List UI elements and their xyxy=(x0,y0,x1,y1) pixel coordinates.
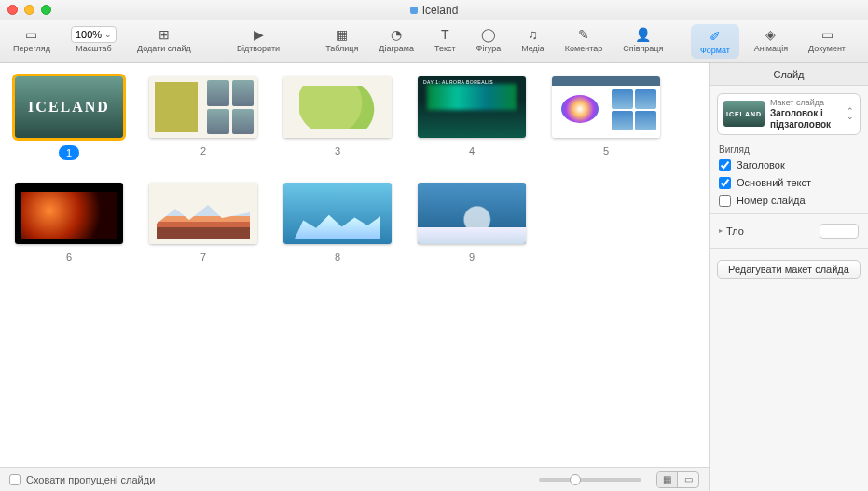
collaborate-button[interactable]: 👤Співпраця xyxy=(617,24,668,55)
view-button[interactable]: ▭ Перегляд xyxy=(7,24,56,55)
edit-layout-button[interactable]: Редагувати макет слайда xyxy=(717,260,861,279)
document-icon: ▭ xyxy=(817,26,837,43)
slide-thumb-6[interactable]: 6 xyxy=(15,183,123,263)
slide-grid[interactable]: ICELAND123DAY 1: AURORA BOREALIS456789 xyxy=(0,63,709,467)
body-checkbox[interactable] xyxy=(719,177,731,189)
play-button[interactable]: ▶ Відтворити xyxy=(231,24,285,55)
slide-thumb-9[interactable]: 9 xyxy=(418,183,526,263)
slide-number: 7 xyxy=(200,252,206,263)
layout-caption: Макет слайда xyxy=(770,98,831,108)
slide-number: 9 xyxy=(469,252,475,263)
slide-layout-picker[interactable]: ICELAND Макет слайда Заголовок і підзаго… xyxy=(717,93,861,135)
zoom-slider-knob[interactable] xyxy=(570,474,581,485)
maximize-icon[interactable] xyxy=(41,5,51,15)
window-controls xyxy=(7,5,51,15)
close-icon[interactable] xyxy=(7,5,18,15)
animation-icon: ◈ xyxy=(761,26,781,43)
single-view-icon[interactable]: ▭ xyxy=(678,472,698,487)
zoom-dropdown[interactable]: 100%⌄ Масштаб xyxy=(65,24,122,55)
media-button[interactable]: ♫Медіа xyxy=(516,24,550,55)
collaborate-icon: 👤 xyxy=(633,26,654,43)
background-row[interactable]: ▸ Тло xyxy=(710,218,868,244)
format-inspector: Слайд ICELAND Макет слайда Заголовок і п… xyxy=(710,63,868,491)
shape-icon: ◯ xyxy=(478,26,499,43)
slide-number: 1 xyxy=(59,145,79,160)
chart-icon: ◔ xyxy=(386,26,406,43)
slide-thumb-1[interactable]: ICELAND1 xyxy=(15,76,123,160)
appearance-section-title: Вигляд xyxy=(710,141,868,157)
disclosure-triangle-icon[interactable]: ▸ xyxy=(719,226,723,235)
slide-number: 8 xyxy=(335,252,340,263)
view-icon: ▭ xyxy=(21,26,42,43)
format-tab[interactable]: ✐Формат xyxy=(695,26,736,57)
slide-thumb-2[interactable]: 2 xyxy=(149,76,257,160)
hide-skipped-label: Сховати пропущені слайди xyxy=(26,474,155,485)
play-icon: ▶ xyxy=(248,26,269,43)
slide-thumb-5[interactable]: 5 xyxy=(552,76,660,160)
document-title: Iceland xyxy=(0,4,868,17)
comment-icon: ✎ xyxy=(573,26,594,43)
animation-tab[interactable]: ◈Анімація xyxy=(749,24,793,55)
inspector-tab-slide[interactable]: Слайд xyxy=(710,63,868,86)
add-slide-button[interactable]: ⊞ Додати слайд xyxy=(131,24,197,55)
slidenum-checkbox[interactable] xyxy=(719,195,731,207)
view-mode-toggle[interactable]: ▦ ▭ xyxy=(656,471,699,488)
chevron-updown-icon: ⌃⌄ xyxy=(847,108,854,119)
layout-thumb: ICELAND xyxy=(723,101,765,127)
slidenum-checkbox-row[interactable]: Номер слайда xyxy=(710,192,868,210)
format-icon: ✐ xyxy=(705,28,725,45)
window-titlebar: Iceland xyxy=(0,0,868,20)
toolbar: ▭ Перегляд 100%⌄ Масштаб ⊞ Додати слайд … xyxy=(0,20,868,63)
table-button[interactable]: ▦Таблиця xyxy=(320,24,364,55)
layout-name-line2: підзаголовок xyxy=(770,119,831,130)
media-icon: ♫ xyxy=(522,26,543,43)
light-table-view: ICELAND123DAY 1: AURORA BOREALIS456789 С… xyxy=(0,63,710,491)
table-icon: ▦ xyxy=(332,26,352,43)
body-checkbox-row[interactable]: Основний текст xyxy=(710,174,868,192)
slide-thumb-7[interactable]: 7 xyxy=(149,183,257,263)
title-checkbox-row[interactable]: Заголовок xyxy=(710,157,868,174)
slide-number: 2 xyxy=(200,145,206,157)
slide-number: 5 xyxy=(603,145,609,157)
grid-view-icon[interactable]: ▦ xyxy=(657,472,678,487)
plus-slide-icon: ⊞ xyxy=(154,26,174,43)
slide-number: 6 xyxy=(66,252,72,263)
background-color-well[interactable] xyxy=(820,224,859,239)
layout-name-line1: Заголовок і xyxy=(770,108,831,119)
status-bar: Сховати пропущені слайди ▦ ▭ xyxy=(0,467,709,491)
comment-button[interactable]: ✎Коментар xyxy=(559,24,608,55)
zoom-slider[interactable] xyxy=(539,478,641,482)
text-button[interactable]: TТекст xyxy=(429,24,462,55)
slide-number: 4 xyxy=(469,145,475,157)
text-icon: T xyxy=(434,26,455,43)
slide-thumb-3[interactable]: 3 xyxy=(283,76,392,160)
title-checkbox[interactable] xyxy=(719,159,731,171)
hide-skipped-checkbox[interactable] xyxy=(9,474,21,485)
slide-number: 3 xyxy=(335,145,340,157)
document-tab[interactable]: ▭Документ xyxy=(803,24,851,55)
chart-button[interactable]: ◔Діаграма xyxy=(373,24,420,55)
chevron-down-icon: ⌄ xyxy=(104,30,112,39)
minimize-icon[interactable] xyxy=(24,5,34,15)
slide-thumb-4[interactable]: DAY 1: AURORA BOREALIS4 xyxy=(418,76,526,160)
slide-thumb-8[interactable]: 8 xyxy=(283,183,392,263)
shape-button[interactable]: ◯Фігура xyxy=(471,24,507,55)
